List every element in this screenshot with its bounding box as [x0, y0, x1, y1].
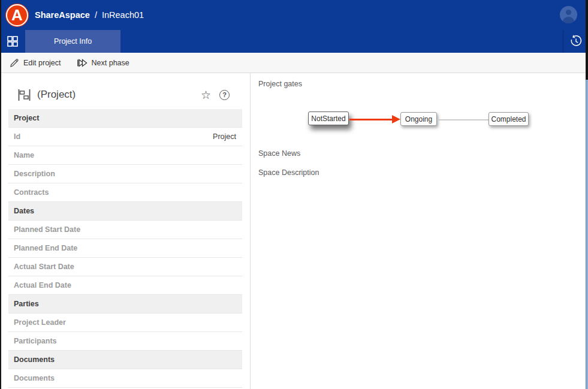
space-name: InReach01 — [102, 10, 144, 20]
next-phase-icon — [77, 58, 88, 68]
favorite-star-icon[interactable]: ☆ — [201, 89, 211, 101]
gate-transition-arrow — [349, 119, 393, 120]
app-grid-button[interactable] — [0, 30, 25, 53]
brand-name: ShareAspace — [35, 10, 90, 20]
history-clock-icon — [569, 35, 583, 48]
row-label: Documents — [14, 355, 55, 364]
row-label: Description — [14, 170, 55, 178]
section-row-documents[interactable]: Documents — [8, 351, 242, 369]
row-label: Planned End Date — [14, 244, 77, 252]
next-phase-button[interactable]: Next phase — [77, 58, 129, 68]
row-label: Actual End Date — [14, 281, 71, 290]
field-row-name[interactable]: Name — [8, 146, 242, 165]
tab-label: Project Info — [54, 37, 92, 46]
row-label: Project — [14, 114, 39, 122]
help-icon[interactable]: ? — [219, 90, 230, 100]
project-gates-panel: Project gates NotStarted Ongoing Complet… — [251, 73, 588, 389]
panel-title: (Project) — [37, 89, 76, 101]
row-label: Dates — [14, 207, 34, 215]
row-label: Participants — [14, 337, 57, 345]
row-value: Project — [213, 132, 236, 141]
row-label: Planned Start Date — [14, 225, 80, 234]
gate-label: NotStarted — [311, 114, 345, 123]
screen-edge-strip-left — [0, 0, 1, 389]
field-row-id[interactable]: IdProject — [8, 128, 242, 146]
row-label: Contracts — [14, 188, 49, 197]
gate-connector-line — [437, 119, 489, 120]
field-row-contracts[interactable]: Contracts — [8, 183, 242, 202]
field-row-description[interactable]: Description — [8, 165, 242, 183]
edit-project-button[interactable]: Edit project — [10, 58, 61, 68]
app-header: A ShareAspace / InReach01 — [0, 0, 588, 30]
field-row-planned-end-date[interactable]: Planned End Date — [8, 239, 242, 258]
tab-project-info[interactable]: Project Info — [25, 30, 120, 53]
space-news-label: Space News — [258, 149, 300, 158]
space-description-label: Space Description — [258, 168, 319, 177]
row-label: Project Leader — [14, 318, 66, 327]
gate-notstarted[interactable]: NotStarted — [308, 111, 349, 125]
logo-letter: A — [11, 7, 23, 23]
panel-header: (Project) ☆ ? — [0, 73, 250, 104]
gate-ongoing[interactable]: Ongoing — [400, 112, 437, 126]
field-row-actual-end-date[interactable]: Actual End Date — [8, 276, 242, 295]
field-row-planned-start-date[interactable]: Planned Start Date — [8, 221, 242, 239]
project-structure-icon — [18, 89, 31, 101]
gate-label: Ongoing — [405, 115, 432, 123]
person-icon — [560, 6, 577, 23]
field-row-project-leader[interactable]: Project Leader — [8, 313, 242, 332]
field-row-documents[interactable]: Documents — [8, 369, 242, 388]
row-label: Id — [14, 132, 20, 141]
pencil-icon — [10, 58, 19, 68]
field-list: Project IdProject Name Description Contr… — [8, 109, 242, 388]
screen-edge-strip-right-top — [586, 0, 588, 80]
row-label: Documents — [14, 374, 55, 382]
project-gates-label: Project gates — [258, 80, 302, 88]
row-label: Parties — [14, 300, 39, 308]
next-phase-label: Next phase — [92, 59, 129, 67]
edit-project-label: Edit project — [23, 59, 61, 67]
gate-completed[interactable]: Completed — [489, 112, 529, 126]
section-row-project[interactable]: Project — [8, 109, 242, 128]
breadcrumb: ShareAspace / InReach01 — [35, 10, 144, 20]
nav-bar: Project Info — [0, 30, 588, 53]
section-row-dates[interactable]: Dates — [8, 202, 242, 221]
history-button[interactable] — [563, 30, 588, 53]
field-row-actual-start-date[interactable]: Actual Start Date — [8, 258, 242, 276]
grid-icon — [7, 36, 18, 47]
section-row-parties[interactable]: Parties — [8, 295, 242, 313]
shareaspace-logo-icon: A — [6, 4, 28, 26]
row-label: Actual Start Date — [14, 263, 74, 271]
user-avatar-button[interactable] — [560, 6, 577, 23]
gate-label: Completed — [491, 115, 526, 123]
main-content: (Project) ☆ ? Project IdProject Name Des… — [0, 73, 588, 389]
action-toolbar: Edit project Next phase — [0, 53, 588, 73]
field-row-participants[interactable]: Participants — [8, 332, 242, 351]
gate-transition-arrowhead — [392, 115, 400, 123]
breadcrumb-separator: / — [95, 10, 97, 20]
project-details-panel: (Project) ☆ ? Project IdProject Name Des… — [0, 73, 251, 389]
screen-edge-scrollbar-right — [586, 80, 588, 389]
row-label: Name — [14, 151, 34, 159]
